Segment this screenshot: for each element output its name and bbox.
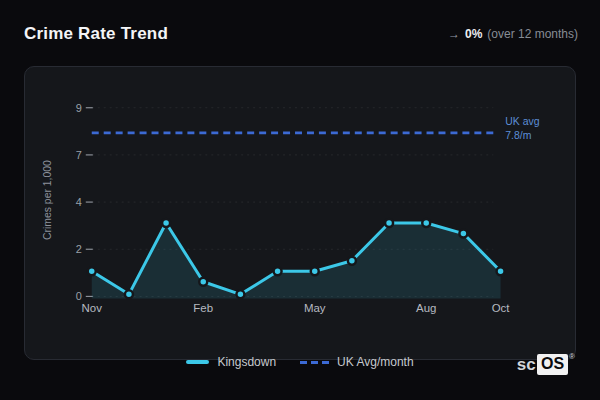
- trend-summary: → 0% (over 12 months): [448, 27, 578, 41]
- widget-header: Crime Rate Trend → 0% (over 12 months): [24, 23, 578, 45]
- logo-text-os: OS: [537, 354, 568, 375]
- svg-text:Nov: Nov: [82, 302, 103, 314]
- trend-flat-arrow-icon: →: [448, 27, 460, 41]
- svg-text:UK avg: UK avg: [505, 116, 539, 127]
- registered-trademark-icon: ®: [569, 352, 575, 361]
- svg-text:9: 9: [76, 102, 82, 114]
- crime-rate-widget: Crime Rate Trend → 0% (over 12 months) 0…: [0, 0, 600, 400]
- svg-text:Oct: Oct: [492, 302, 511, 314]
- legend-label-kingsdown: Kingsdown: [217, 355, 276, 369]
- svg-text:Crimes per 1,000: Crimes per 1,000: [42, 160, 53, 240]
- logo-text-sc: sc: [517, 355, 536, 375]
- scos-logo: sc OS ®: [517, 354, 575, 375]
- svg-text:7: 7: [76, 149, 82, 161]
- page-title: Crime Rate Trend: [24, 24, 168, 44]
- chart-legend: Kingsdown UK Avg/month: [0, 353, 600, 371]
- trend-caption: (over 12 months): [487, 27, 578, 41]
- kingsdown-line-swatch: [186, 360, 209, 364]
- svg-text:7.8/m: 7.8/m: [505, 130, 531, 141]
- svg-text:4: 4: [76, 196, 82, 208]
- svg-text:0: 0: [76, 290, 82, 302]
- svg-text:2: 2: [76, 243, 82, 255]
- chart-card: 02479Crimes per 1,000NovFebMayAugOctUK a…: [24, 66, 576, 360]
- legend-item-uk-avg[interactable]: UK Avg/month: [300, 355, 414, 369]
- legend-label-uk-avg: UK Avg/month: [337, 355, 414, 369]
- svg-text:Aug: Aug: [416, 302, 436, 314]
- legend-item-kingsdown[interactable]: Kingsdown: [186, 355, 276, 369]
- svg-text:Feb: Feb: [193, 302, 213, 314]
- crime-trend-chart: 02479Crimes per 1,000NovFebMayAugOctUK a…: [25, 67, 575, 359]
- svg-text:May: May: [304, 302, 326, 314]
- uk-avg-dashed-swatch: [300, 361, 329, 364]
- trend-value: 0%: [465, 27, 482, 41]
